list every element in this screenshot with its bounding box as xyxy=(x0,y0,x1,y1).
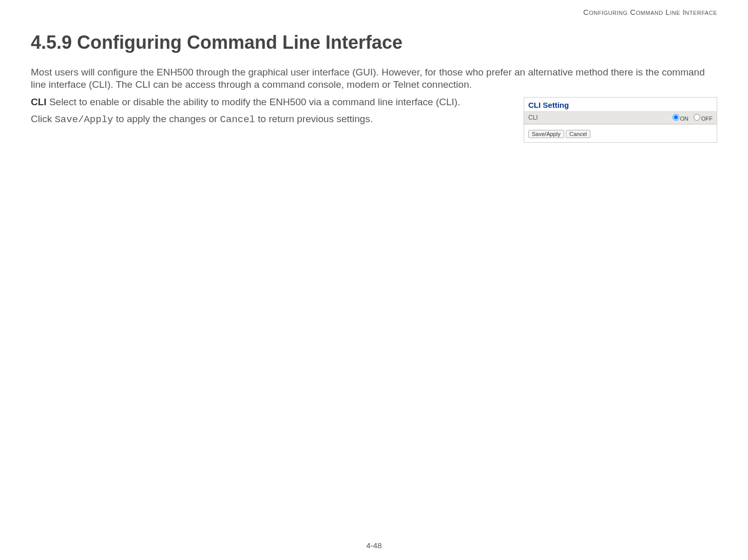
save-apply-button[interactable]: Save/Apply xyxy=(528,130,564,138)
cli-row: CLI ON OFF xyxy=(524,111,717,124)
running-head: Configuring Command Line Interface xyxy=(31,8,717,16)
section-number: 4.5.9 xyxy=(31,32,72,53)
cancel-code: Cancel xyxy=(220,114,255,125)
radio-off-text: OFF xyxy=(701,115,713,122)
radio-off-label[interactable]: OFF xyxy=(692,114,713,122)
save-apply-code: Save/Apply xyxy=(54,114,113,125)
section-heading: 4.5.9 Configuring Command Line Interface xyxy=(31,32,717,53)
end-text: to return previous settings. xyxy=(255,113,373,124)
cli-row-label: CLI xyxy=(528,114,538,121)
section-title-text: Configuring Command Line Interface xyxy=(77,32,402,53)
action-paragraph: Click Save/Apply to apply the changes or… xyxy=(31,113,513,126)
intro-paragraph: Most users will configure the ENH500 thr… xyxy=(31,66,717,91)
panel-title: CLI Setting xyxy=(524,98,717,111)
cli-label: CLI xyxy=(31,96,47,107)
mid-text: to apply the changes or xyxy=(113,113,220,124)
click-prefix: Click xyxy=(31,113,54,124)
radio-on[interactable] xyxy=(673,114,679,121)
cli-desc: Select to enable or disable the ability … xyxy=(47,96,461,107)
radio-off[interactable] xyxy=(694,114,700,121)
cancel-button[interactable]: Cancel xyxy=(566,130,590,138)
cli-setting-panel: CLI Setting CLI ON OFF Save/Apply Cancel xyxy=(524,97,717,143)
cli-paragraph: CLI Select to enable or disable the abil… xyxy=(31,96,513,108)
radio-on-text: ON xyxy=(680,115,689,122)
page-number: 4-48 xyxy=(0,541,748,550)
radio-on-label[interactable]: ON xyxy=(670,114,689,122)
